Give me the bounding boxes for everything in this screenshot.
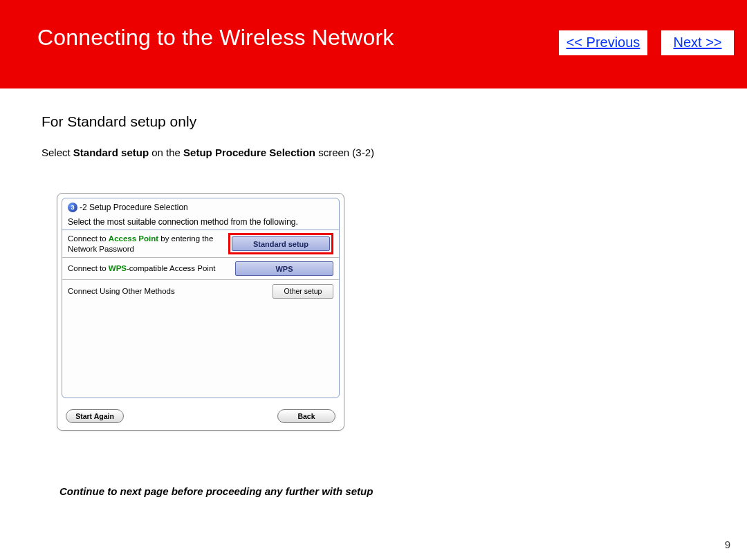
setup-dialog: 3 -2 Setup Procedure Selection Select th… [57, 193, 344, 431]
previous-link[interactable]: << Previous [559, 30, 647, 55]
option-label: Connect to Access Point by entering the … [68, 234, 228, 254]
page-number: 9 [725, 539, 730, 550]
dialog-title-row: 3 -2 Setup Procedure Selection [62, 198, 339, 215]
option-row-other: Connect Using Other Methods Other setup [62, 280, 339, 302]
dialog-spacer [62, 302, 339, 398]
options-list: Connect to Access Point by entering the … [62, 230, 339, 302]
wps-button[interactable]: WPS [235, 261, 333, 276]
header-bar: Connecting to the Wireless Network << Pr… [0, 0, 747, 88]
highlight-box: Standard setup [228, 233, 333, 254]
content-area: For Standard setup only Select Standard … [0, 88, 747, 431]
other-setup-button[interactable]: Other setup [273, 284, 333, 299]
instruction-text: Select Standard setup on the Setup Proce… [42, 147, 706, 158]
subheading: For Standard setup only [42, 113, 706, 130]
option-row-standard: Connect to Access Point by entering the … [62, 230, 339, 258]
step-badge-icon: 3 [68, 203, 77, 212]
standard-setup-button[interactable]: Standard setup [232, 236, 330, 251]
dialog-title: -2 Setup Procedure Selection [80, 203, 188, 212]
start-again-button[interactable]: Start Again [66, 409, 124, 423]
option-row-wps: Connect to WPS-compatible Access Point W… [62, 258, 339, 280]
dialog-footer: Start Again Back [57, 402, 344, 430]
back-button[interactable]: Back [277, 409, 335, 423]
option-label: Connect Using Other Methods [68, 286, 254, 296]
page-title: Connecting to the Wireless Network [37, 25, 394, 50]
dialog-prompt: Select the most suitable connection meth… [62, 215, 339, 230]
option-label: Connect to WPS-compatible Access Point [68, 263, 235, 273]
next-link[interactable]: Next >> [661, 30, 734, 55]
footnote: Continue to next page before proceeding … [59, 485, 373, 497]
